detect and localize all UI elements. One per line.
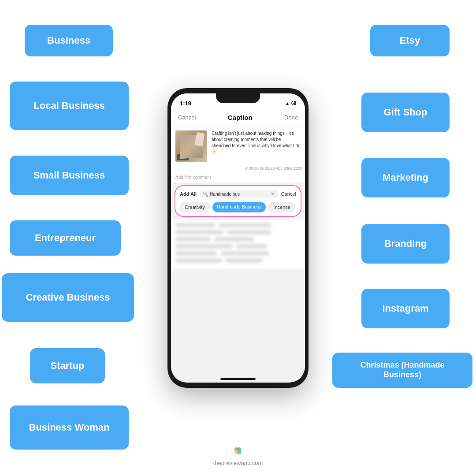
search-icon: 🔍 — [203, 192, 208, 197]
tag-business[interactable]: Business — [25, 25, 113, 56]
add-comment-area[interactable]: Add first comment — [171, 172, 305, 182]
status-time: 1:19 — [180, 100, 191, 107]
nav-done-button[interactable]: Done — [284, 114, 298, 121]
app-logo — [233, 446, 243, 456]
tag-creative-business[interactable]: Creative Business — [2, 273, 134, 322]
post-image[interactable]: Edit — [175, 130, 207, 162]
nav-title: Caption — [228, 114, 253, 121]
tag-chip-creativity[interactable]: Creativity — [180, 202, 210, 212]
tag-gift-shop[interactable]: Gift Shop — [361, 93, 450, 132]
add-all-button[interactable]: Add All — [180, 191, 197, 197]
footer: thepreviewapp.com — [213, 446, 263, 466]
phone-notch — [216, 93, 260, 103]
tags-row: Creativity Handmade Business Incense Mu.… — [180, 202, 296, 212]
search-cancel-button[interactable]: Cancel — [281, 191, 296, 197]
caption-stats: # 30/30 @ 20/20 Abc 2066/2200 — [171, 165, 305, 172]
tag-chip-incense[interactable]: Incense — [268, 202, 295, 212]
phone-mockup: 1:19 ▲ 68 Cancel Caption Done Edit — [167, 88, 309, 388]
tag-local-business[interactable]: Local Business — [10, 82, 129, 130]
search-query-text: Handmade bus — [210, 192, 269, 197]
status-icons: ▲ 68 — [285, 101, 296, 106]
nav-cancel-button[interactable]: Cancel — [178, 114, 196, 121]
tag-business-woman[interactable]: Business Woman — [10, 405, 129, 450]
post-caption-text: Crafting isn't just about making things … — [212, 130, 301, 162]
tag-small-business[interactable]: Small Business — [10, 156, 129, 195]
tag-startup[interactable]: Startup — [30, 348, 105, 383]
tag-instagram[interactable]: Instagram — [361, 289, 450, 328]
tag-marketing[interactable]: Marketing — [361, 158, 450, 197]
wifi-icon: ▲ — [285, 101, 290, 106]
search-row: Add All 🔍 Handmade bus ✕ Cancel — [180, 190, 296, 198]
footer-website: thepreviewapp.com — [213, 460, 263, 466]
svg-point-3 — [237, 450, 242, 454]
post-preview: Edit Crafting isn't just about making th… — [171, 126, 305, 165]
tag-branding[interactable]: Branding — [361, 224, 450, 264]
search-input-area[interactable]: 🔍 Handmade bus ✕ — [199, 190, 279, 198]
tag-etsy[interactable]: Etsy — [370, 25, 450, 56]
hashtag-search-box[interactable]: Add All 🔍 Handmade bus ✕ Cancel Creativi… — [175, 185, 301, 217]
nav-bar: Cancel Caption Done — [171, 109, 305, 126]
home-indicator — [220, 378, 256, 380]
tag-christmas-handmade[interactable]: Christmas (Handmade Business) — [332, 353, 472, 388]
signal-icon: 68 — [291, 101, 296, 106]
tag-entrepreneur[interactable]: Entrepreneur — [10, 220, 121, 256]
blurred-results — [171, 219, 305, 269]
search-clear-icon[interactable]: ✕ — [271, 191, 275, 197]
tag-chip-handmade-business[interactable]: Handmade Business — [212, 202, 266, 212]
